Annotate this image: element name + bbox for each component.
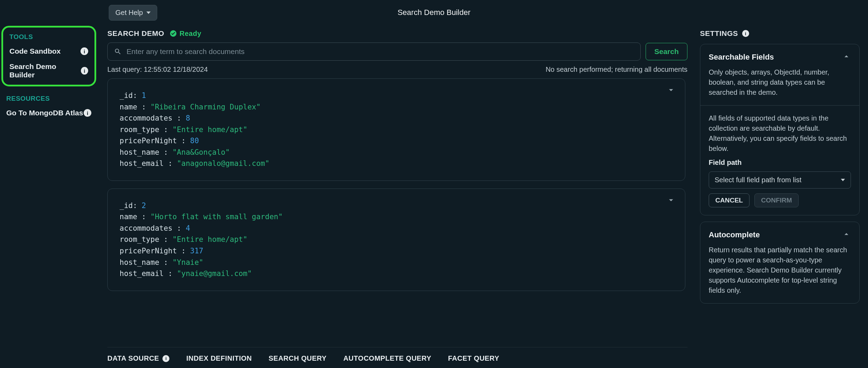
settings-heading: SETTINGS [700, 29, 738, 38]
search-icon [114, 48, 122, 55]
section-label: SEARCH DEMO [107, 29, 164, 38]
field-path-label: Field path [709, 159, 851, 167]
sidebar-item-label: Go To MongoDB Atlas [6, 109, 83, 117]
caret-down-icon [841, 179, 845, 181]
get-help-button[interactable]: Get Help [109, 5, 157, 21]
last-query-label: Last query: 12:55:02 12/18/2024 [107, 66, 208, 74]
confirm-button: CONFIRM [754, 193, 799, 207]
settings-panel: SETTINGS i Searchable Fields Only object… [697, 25, 868, 368]
info-icon[interactable]: i [84, 109, 91, 117]
doc-field: accommodates : 4 [120, 223, 673, 234]
doc-field: host_name : "Ana&Gonçalo" [120, 147, 673, 158]
panel-note: All fields of supported data types in th… [709, 113, 851, 154]
doc-field: _id: 1 [120, 90, 673, 101]
sidebar: TOOLS Code Sandbox i Search Demo Builder… [0, 25, 98, 368]
sidebar-item-search-demo-builder[interactable]: Search Demo Builder i [3, 59, 94, 83]
doc-field: room_type : "Entire home/apt" [120, 124, 673, 136]
status-badge: Ready [170, 30, 201, 38]
panel-description: Return results that partially match the … [709, 245, 851, 296]
info-icon[interactable]: i [742, 30, 749, 37]
searchable-fields-panel: Searchable Fields Only objects, arrays, … [700, 44, 860, 215]
chevron-up-icon[interactable] [842, 52, 851, 62]
divider [700, 105, 859, 106]
doc-field: name : "Horto flat with small garden" [120, 211, 673, 223]
tab-label: FACET QUERY [448, 354, 499, 362]
chevron-up-icon[interactable] [842, 230, 851, 240]
resources-heading: RESOURCES [0, 92, 98, 105]
check-circle-icon [170, 30, 177, 37]
no-search-message: No search performed; returning all docum… [546, 66, 687, 74]
field-path-select[interactable]: Select full field path from list [709, 171, 851, 189]
search-button[interactable]: Search [646, 43, 687, 60]
search-input-container [107, 43, 641, 61]
cancel-button[interactable]: CANCEL [709, 193, 749, 207]
tab-data-source[interactable]: DATA SOURCEi [107, 354, 169, 362]
panel-description: Only objects, arrays, ObjectId, number, … [709, 67, 851, 98]
doc-field: host_name : "Ynaie" [120, 257, 673, 268]
info-icon[interactable]: i [81, 47, 88, 55]
info-icon[interactable]: i [162, 355, 169, 362]
doc-field: host_email : "ynaie@gmail.com" [120, 268, 673, 279]
chevron-down-icon[interactable] [666, 85, 676, 96]
doc-field: accommodates : 8 [120, 113, 673, 124]
tools-highlight-box: TOOLS Code Sandbox i Search Demo Builder… [1, 26, 96, 86]
doc-field: room_type : "Entire home/apt" [120, 234, 673, 245]
autocomplete-panel: Autocomplete Return results that partial… [700, 222, 860, 304]
sidebar-item-label: Search Demo Builder [9, 62, 81, 79]
tab-label: INDEX DEFINITION [186, 354, 252, 362]
sidebar-item-mongodb-atlas[interactable]: Go To MongoDB Atlas i [0, 105, 98, 121]
app-title: Search Demo Builder [397, 8, 470, 17]
main-content: SEARCH DEMO Ready Search Last query: 12:… [98, 25, 697, 368]
doc-field: name : "Ribeira Charming Duplex" [120, 101, 673, 113]
doc-field: pricePerNight : 80 [120, 135, 673, 147]
doc-field: _id: 2 [120, 200, 673, 212]
panel-title: Autocomplete [709, 230, 760, 239]
tab-label: SEARCH QUERY [268, 354, 326, 362]
doc-field: host_email : "anagonalo@gmail.com" [120, 158, 673, 169]
result-card: _id: 1name : "Ribeira Charming Duplex"ac… [107, 78, 685, 181]
results-list: _id: 1name : "Ribeira Charming Duplex"ac… [107, 78, 687, 342]
get-help-label: Get Help [115, 9, 143, 17]
caret-down-icon [146, 12, 151, 14]
result-card: _id: 2name : "Horto flat with small gard… [107, 189, 685, 291]
tab-strip: DATA SOURCEiINDEX DEFINITIONSEARCH QUERY… [107, 347, 687, 368]
panel-title: Searchable Fields [709, 53, 774, 62]
tab-facet-query[interactable]: FACET QUERY [448, 354, 499, 362]
tab-autocomplete-query[interactable]: AUTOCOMPLETE QUERY [343, 354, 431, 362]
sidebar-item-label: Code Sandbox [9, 47, 61, 55]
tab-label: DATA SOURCE [107, 354, 159, 362]
search-input[interactable] [127, 47, 634, 56]
chevron-down-icon[interactable] [666, 195, 676, 206]
tab-index-definition[interactable]: INDEX DEFINITION [186, 354, 252, 362]
tools-heading: TOOLS [3, 30, 94, 44]
tab-search-query[interactable]: SEARCH QUERY [268, 354, 326, 362]
sidebar-item-code-sandbox[interactable]: Code Sandbox i [3, 44, 94, 59]
tab-label: AUTOCOMPLETE QUERY [343, 354, 431, 362]
info-icon[interactable]: i [81, 67, 88, 75]
doc-field: pricePerNight : 317 [120, 245, 673, 257]
